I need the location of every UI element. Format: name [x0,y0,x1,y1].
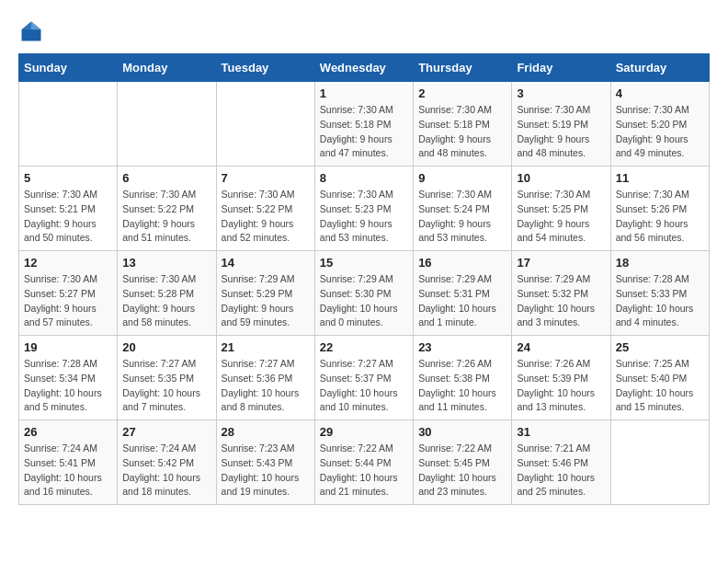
day-number: 9 [418,171,506,185]
calendar-cell: 6Sunrise: 7:30 AM Sunset: 5:22 PM Daylig… [118,167,216,251]
day-number: 5 [24,171,112,185]
header-day-sunday: Sunday [19,54,118,82]
day-number: 8 [320,171,408,185]
calendar-cell: 31Sunrise: 7:21 AM Sunset: 5:46 PM Dayli… [512,420,610,505]
day-info: Sunrise: 7:26 AM Sunset: 5:38 PM Dayligh… [418,357,506,415]
day-info: Sunrise: 7:27 AM Sunset: 5:35 PM Dayligh… [122,357,210,415]
calendar-cell: 30Sunrise: 7:22 AM Sunset: 5:45 PM Dayli… [414,420,512,505]
day-number: 4 [616,86,704,100]
day-info: Sunrise: 7:30 AM Sunset: 5:18 PM Dayligh… [418,103,506,161]
day-info: Sunrise: 7:27 AM Sunset: 5:37 PM Dayligh… [320,357,408,415]
calendar-cell: 23Sunrise: 7:26 AM Sunset: 5:38 PM Dayli… [414,336,512,420]
day-number: 31 [517,425,605,439]
calendar-cell: 28Sunrise: 7:23 AM Sunset: 5:43 PM Dayli… [216,420,314,505]
calendar-cell [610,420,709,505]
day-number: 7 [222,171,310,185]
day-number: 24 [517,340,605,354]
calendar-cell: 9Sunrise: 7:30 AM Sunset: 5:24 PM Daylig… [414,167,512,251]
day-info: Sunrise: 7:25 AM Sunset: 5:40 PM Dayligh… [616,357,704,415]
day-number: 21 [222,340,310,354]
day-number: 27 [122,425,210,439]
day-number: 3 [517,86,605,100]
day-number: 2 [418,86,506,100]
day-info: Sunrise: 7:30 AM Sunset: 5:28 PM Dayligh… [122,272,210,330]
day-info: Sunrise: 7:29 AM Sunset: 5:30 PM Dayligh… [320,272,408,330]
calendar-cell: 11Sunrise: 7:30 AM Sunset: 5:26 PM Dayli… [610,167,709,251]
day-info: Sunrise: 7:30 AM Sunset: 5:25 PM Dayligh… [517,188,605,246]
week-row-4: 19Sunrise: 7:28 AM Sunset: 5:34 PM Dayli… [19,336,710,420]
day-number: 13 [122,256,210,270]
calendar-cell [216,82,314,167]
day-number: 11 [616,171,704,185]
calendar-cell: 24Sunrise: 7:26 AM Sunset: 5:39 PM Dayli… [512,336,610,420]
calendar-table: SundayMondayTuesdayWednesdayThursdayFrid… [18,53,710,505]
calendar-cell: 13Sunrise: 7:30 AM Sunset: 5:28 PM Dayli… [118,251,216,336]
calendar-cell: 19Sunrise: 7:28 AM Sunset: 5:34 PM Dayli… [19,336,118,420]
week-row-3: 12Sunrise: 7:30 AM Sunset: 5:27 PM Dayli… [19,251,710,336]
calendar-cell: 10Sunrise: 7:30 AM Sunset: 5:25 PM Dayli… [512,167,610,251]
calendar-cell: 4Sunrise: 7:30 AM Sunset: 5:20 PM Daylig… [610,82,709,167]
header-day-monday: Monday [118,54,216,82]
day-number: 14 [222,256,310,270]
page-header [18,18,710,44]
day-number: 15 [320,256,408,270]
week-row-2: 5Sunrise: 7:30 AM Sunset: 5:21 PM Daylig… [19,167,710,251]
calendar-cell: 18Sunrise: 7:28 AM Sunset: 5:33 PM Dayli… [610,251,709,336]
day-number: 29 [320,425,408,439]
header-row: SundayMondayTuesdayWednesdayThursdayFrid… [19,54,710,82]
day-info: Sunrise: 7:28 AM Sunset: 5:34 PM Dayligh… [24,357,112,415]
week-row-5: 26Sunrise: 7:24 AM Sunset: 5:41 PM Dayli… [19,420,710,505]
day-info: Sunrise: 7:30 AM Sunset: 5:22 PM Dayligh… [222,188,310,246]
calendar-cell [19,82,118,167]
day-number: 30 [418,425,506,439]
day-number: 16 [418,256,506,270]
day-info: Sunrise: 7:24 AM Sunset: 5:41 PM Dayligh… [24,442,112,500]
day-number: 23 [418,340,506,354]
calendar-cell: 7Sunrise: 7:30 AM Sunset: 5:22 PM Daylig… [216,167,314,251]
day-number: 1 [320,86,408,100]
calendar-cell: 26Sunrise: 7:24 AM Sunset: 5:41 PM Dayli… [19,420,118,505]
calendar-cell: 16Sunrise: 7:29 AM Sunset: 5:31 PM Dayli… [414,251,512,336]
calendar-cell [118,82,216,167]
calendar-cell: 27Sunrise: 7:24 AM Sunset: 5:42 PM Dayli… [118,420,216,505]
header-day-thursday: Thursday [414,54,512,82]
calendar-cell: 22Sunrise: 7:27 AM Sunset: 5:37 PM Dayli… [314,336,413,420]
day-info: Sunrise: 7:30 AM Sunset: 5:27 PM Dayligh… [24,272,112,330]
day-info: Sunrise: 7:27 AM Sunset: 5:36 PM Dayligh… [222,357,310,415]
day-info: Sunrise: 7:30 AM Sunset: 5:24 PM Dayligh… [418,188,506,246]
day-number: 22 [320,340,408,354]
day-number: 10 [517,171,605,185]
day-info: Sunrise: 7:30 AM Sunset: 5:22 PM Dayligh… [122,188,210,246]
header-day-tuesday: Tuesday [216,54,314,82]
calendar-cell: 14Sunrise: 7:29 AM Sunset: 5:29 PM Dayli… [216,251,314,336]
calendar-cell: 21Sunrise: 7:27 AM Sunset: 5:36 PM Dayli… [216,336,314,420]
day-number: 25 [616,340,704,354]
calendar-body: 1Sunrise: 7:30 AM Sunset: 5:18 PM Daylig… [19,82,710,505]
calendar-cell: 29Sunrise: 7:22 AM Sunset: 5:44 PM Dayli… [314,420,413,505]
day-info: Sunrise: 7:29 AM Sunset: 5:31 PM Dayligh… [418,272,506,330]
logo-icon [18,18,44,44]
day-info: Sunrise: 7:24 AM Sunset: 5:42 PM Dayligh… [122,442,210,500]
calendar-cell: 17Sunrise: 7:29 AM Sunset: 5:32 PM Dayli… [512,251,610,336]
day-number: 26 [24,425,112,439]
day-info: Sunrise: 7:22 AM Sunset: 5:44 PM Dayligh… [320,442,408,500]
calendar-header: SundayMondayTuesdayWednesdayThursdayFrid… [19,54,710,82]
day-number: 19 [24,340,112,354]
day-info: Sunrise: 7:22 AM Sunset: 5:45 PM Dayligh… [418,442,506,500]
day-number: 18 [616,256,704,270]
day-number: 28 [222,425,310,439]
day-info: Sunrise: 7:30 AM Sunset: 5:21 PM Dayligh… [24,188,112,246]
svg-marker-2 [22,22,32,30]
calendar-cell: 5Sunrise: 7:30 AM Sunset: 5:21 PM Daylig… [19,167,118,251]
svg-marker-1 [31,22,41,30]
logo [18,18,48,44]
day-info: Sunrise: 7:29 AM Sunset: 5:32 PM Dayligh… [517,272,605,330]
day-info: Sunrise: 7:30 AM Sunset: 5:19 PM Dayligh… [517,103,605,161]
day-number: 12 [24,256,112,270]
day-info: Sunrise: 7:30 AM Sunset: 5:26 PM Dayligh… [616,188,704,246]
calendar-cell: 12Sunrise: 7:30 AM Sunset: 5:27 PM Dayli… [19,251,118,336]
calendar-cell: 1Sunrise: 7:30 AM Sunset: 5:18 PM Daylig… [314,82,413,167]
header-day-wednesday: Wednesday [314,54,413,82]
day-info: Sunrise: 7:28 AM Sunset: 5:33 PM Dayligh… [616,272,704,330]
day-info: Sunrise: 7:30 AM Sunset: 5:18 PM Dayligh… [320,103,408,161]
